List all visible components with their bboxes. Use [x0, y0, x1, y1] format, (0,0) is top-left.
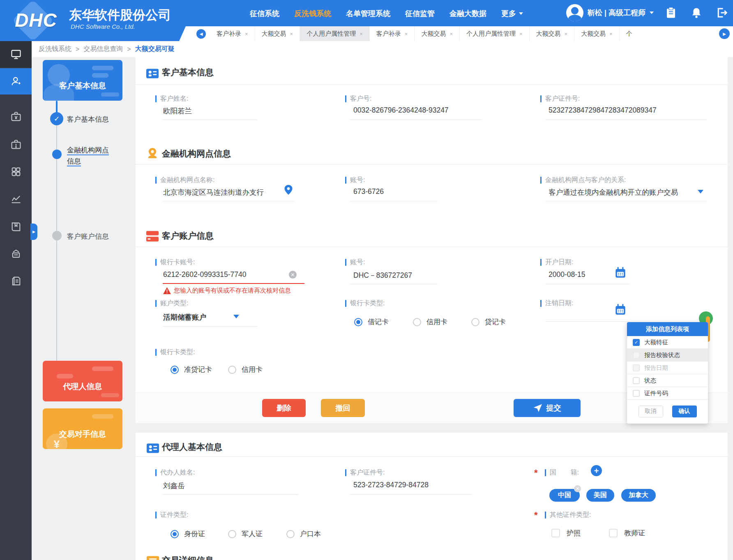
breadcrumb-aml[interactable]: 反洗钱系统	[39, 45, 71, 53]
nav-credit-reg[interactable]: 征信监管	[405, 9, 435, 18]
clipboard-icon[interactable]	[665, 7, 677, 19]
sidebar-expand-handle[interactable]: ▶	[30, 224, 37, 240]
breadcrumb-txn-query[interactable]: 交易信息查询	[83, 45, 123, 53]
tab-scroll-right-icon[interactable]: ▶	[719, 28, 730, 39]
sidebar-item-reports[interactable]	[0, 214, 32, 240]
delete-button[interactable]: 删除	[262, 399, 306, 417]
confirm-button[interactable]: 确认	[672, 406, 697, 417]
branch-account-input[interactable]: 673-6726	[353, 187, 384, 196]
branch-relation-select[interactable]: 客户通过在境内金融机构开立的账户交易	[549, 187, 678, 197]
sidebar-item-monitor[interactable]	[0, 41, 32, 67]
checkbox-teacher-cert[interactable]: 教师证	[609, 528, 645, 538]
popup-item-status[interactable]: 状态	[627, 374, 708, 387]
close-icon[interactable]: ×	[245, 31, 248, 37]
nav-more[interactable]: 更多	[501, 9, 523, 18]
tag-canada[interactable]: 加拿大	[621, 489, 656, 502]
close-icon[interactable]: ×	[565, 31, 568, 37]
tab-personal-user-attr[interactable]: 个人用户属性管理×	[300, 26, 370, 41]
clear-input-icon[interactable]: ✕	[289, 271, 297, 279]
logout-icon[interactable]	[716, 7, 728, 19]
popup-item-report-check-status[interactable]: 报告校验状态	[627, 349, 708, 362]
tab-large-transaction[interactable]: 大额交易×	[255, 26, 300, 41]
tab-scroll-left-icon[interactable]: ◀	[196, 29, 206, 39]
tab-personal-user-attr-2[interactable]: 个人用户属性管理×	[460, 26, 530, 41]
tab-customer-supplement-2[interactable]: 客户补录×	[370, 26, 415, 41]
close-icon[interactable]: ×	[290, 31, 293, 37]
close-icon[interactable]: ×	[609, 31, 613, 37]
step-current-dot[interactable]	[52, 150, 62, 159]
branch-name-input[interactable]: 北京市海淀区马连洼街道办支行	[163, 187, 264, 197]
sidebar-item-customer-add[interactable]	[0, 68, 32, 94]
card-decoration	[92, 66, 113, 70]
tab-large-transaction-4[interactable]: 大额交易×	[574, 26, 620, 41]
account-no-input[interactable]: DHC－836727267	[353, 270, 412, 280]
cancel-date-input[interactable]	[545, 321, 629, 322]
sidebar-item-documents[interactable]	[0, 268, 32, 294]
bell-icon[interactable]	[690, 7, 703, 19]
location-pin-icon[interactable]	[284, 185, 293, 195]
radio-charge-card[interactable]: 贷记卡	[471, 317, 506, 327]
sidebar-item-modules[interactable]	[0, 159, 32, 185]
account-type-select[interactable]: 活期储蓄账户	[163, 312, 206, 322]
label-text: 客户姓名:	[160, 94, 188, 103]
tab-large-transaction-3[interactable]: 大额交易×	[530, 26, 575, 41]
customer-cert-no-input[interactable]: 523272384729847283472089347	[549, 106, 657, 115]
radio-credit-card[interactable]: 信用卡	[413, 317, 447, 327]
step-done-icon[interactable]: ✓	[50, 112, 63, 125]
step-branch-info[interactable]: 金融机构网点信息	[67, 145, 111, 167]
agent-name-input[interactable]: 刘鑫岳	[163, 481, 185, 491]
step-pending-dot[interactable]	[52, 231, 62, 240]
customer-name-input[interactable]: 欧阳若兰	[163, 106, 192, 116]
calendar-icon[interactable]	[615, 267, 626, 279]
nav-aml-system[interactable]: 反洗钱系统	[294, 9, 331, 18]
nav-bigdata[interactable]: 金融大数据	[449, 9, 486, 18]
checkbox-passport[interactable]: 护照	[551, 528, 581, 538]
agent-cert-no-input[interactable]: 523-2723-84729-84728	[353, 481, 429, 489]
popup-item-cert-number[interactable]: 证件号码	[627, 387, 708, 400]
close-icon[interactable]: ×	[360, 31, 363, 37]
wizard-card-agent[interactable]: 代理人信息	[43, 361, 122, 401]
step-account-info[interactable]: 客户账户信息	[67, 232, 109, 241]
popup-footer: 取消 确认	[627, 400, 708, 423]
tab-label: 个	[626, 30, 632, 38]
step-customer-basic[interactable]: 客户基本信息	[67, 115, 109, 124]
radio-military-id[interactable]: 军人证	[228, 529, 263, 539]
radio-household-register[interactable]: 户口本	[286, 529, 321, 539]
cancel-button[interactable]: 取消	[638, 406, 663, 417]
submit-button[interactable]: 提交	[514, 399, 581, 417]
sidebar-item-analytics[interactable]	[0, 186, 32, 212]
close-icon[interactable]: ×	[405, 31, 408, 37]
nav-credit-system[interactable]: 征信系统	[250, 9, 279, 18]
nav-list-mgmt[interactable]: 名单管理系统	[346, 9, 390, 18]
calendar-icon[interactable]	[615, 304, 626, 316]
close-icon[interactable]: ×	[449, 31, 453, 37]
tab-truncated[interactable]: 个	[620, 26, 639, 41]
section-divider	[136, 247, 728, 247]
tab-customer-supplement[interactable]: 客户补录×	[210, 26, 255, 41]
radio-credit-card-2[interactable]: 信用卡	[228, 365, 263, 374]
remove-tag-icon[interactable]: ✕	[574, 485, 581, 492]
label-text: 账户类型:	[160, 299, 188, 308]
customer-no-input[interactable]: 0032-826796-2364248-93247	[353, 106, 449, 115]
withdraw-button[interactable]: 撤回	[321, 399, 365, 417]
wizard-card-customer[interactable]: 客户基本信息	[43, 60, 122, 101]
radio-debit-card[interactable]: 借记卡	[354, 317, 389, 327]
wizard-card-counterparty[interactable]: ¥ 交易对手信息	[43, 408, 122, 449]
user-menu[interactable]: 靳松 | 高级工程师	[566, 4, 654, 21]
sidebar-item-alerts[interactable]	[0, 131, 32, 158]
bank-card-no-input[interactable]: 6212-2602-0993315-7740	[163, 270, 246, 279]
tab-large-transaction-2[interactable]: 大额交易×	[415, 26, 460, 41]
radio-id-card[interactable]: 身份证	[171, 529, 205, 539]
popup-item-large-amount-feature[interactable]: ✓ 大额特征	[627, 336, 708, 349]
tag-usa[interactable]: 美国	[586, 489, 614, 502]
line-chart-icon	[10, 193, 22, 205]
radio-quasi-charge-card[interactable]: 准贷记卡	[171, 365, 212, 374]
input-underline	[163, 201, 294, 201]
open-date-input[interactable]: 2000-08-15	[549, 270, 585, 279]
close-icon[interactable]: ×	[519, 31, 523, 37]
sidebar-item-transactions[interactable]	[0, 104, 32, 130]
add-nationality-icon[interactable]: +	[591, 465, 602, 476]
chevron-down-icon[interactable]	[233, 315, 239, 318]
chevron-down-icon[interactable]	[698, 190, 703, 194]
sidebar-item-archive[interactable]	[0, 241, 32, 267]
